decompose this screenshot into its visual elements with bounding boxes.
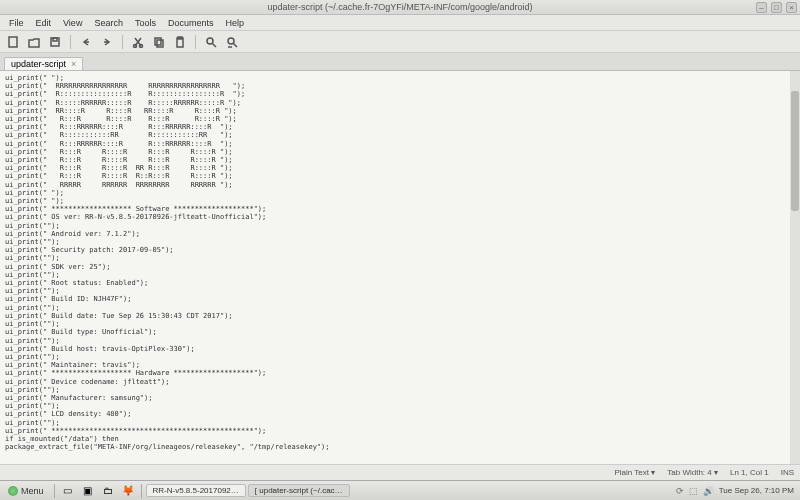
svg-rect-0: [9, 37, 17, 47]
undo-button[interactable]: [77, 33, 95, 51]
open-folder-icon: [28, 36, 40, 48]
tab-updater-script[interactable]: updater-script ×: [4, 57, 83, 70]
paste-icon: [174, 36, 186, 48]
network-icon[interactable]: ⬚: [689, 486, 698, 496]
save-icon: [49, 36, 61, 48]
window-title: updater-script (~/.cache.fr-7OgYFi/META-…: [267, 2, 532, 12]
statusbar: Plain Text ▾ Tab Width: 4 ▾ Ln 1, Col 1 …: [0, 464, 800, 480]
separator: [54, 484, 55, 498]
task-label: [ updater-script (~/.cac…: [255, 486, 343, 495]
svg-point-10: [228, 38, 234, 44]
updates-icon[interactable]: ⟳: [676, 486, 684, 496]
menubar: File Edit View Search Tools Documents He…: [0, 15, 800, 31]
editor-area[interactable]: ui_print(" "); ui_print(" RRRRRRRRRRRRRR…: [0, 71, 800, 464]
cut-button[interactable]: [129, 33, 147, 51]
undo-icon: [80, 36, 92, 48]
new-button[interactable]: [4, 33, 22, 51]
new-file-icon: [7, 36, 19, 48]
menu-tools[interactable]: Tools: [130, 17, 161, 29]
separator: [122, 35, 123, 49]
status-language[interactable]: Plain Text ▾: [615, 468, 656, 477]
separator: [141, 484, 142, 498]
status-cursor: Ln 1, Col 1: [730, 468, 769, 477]
start-menu[interactable]: Menu: [2, 484, 50, 498]
files-launcher[interactable]: 🗀: [99, 483, 117, 499]
scrollbar-thumb[interactable]: [791, 91, 799, 211]
close-button[interactable]: ×: [786, 2, 797, 13]
copy-icon: [153, 36, 165, 48]
maximize-button[interactable]: □: [771, 2, 782, 13]
tabbar: updater-script ×: [0, 53, 800, 71]
svg-rect-6: [157, 40, 163, 47]
svg-rect-5: [155, 38, 161, 45]
cut-icon: [132, 36, 144, 48]
menu-search[interactable]: Search: [89, 17, 128, 29]
replace-button[interactable]: [223, 33, 241, 51]
volume-icon[interactable]: 🔊: [703, 486, 714, 496]
titlebar: updater-script (~/.cache.fr-7OgYFi/META-…: [0, 0, 800, 15]
task-file-manager[interactable]: RR-N-v5.8.5-2017092…: [146, 484, 246, 497]
redo-button[interactable]: [98, 33, 116, 51]
system-tray: ⟳ ⬚ 🔊 Tue Sep 26, 7:10 PM: [676, 486, 798, 496]
tab-label: updater-script: [11, 59, 66, 69]
separator: [195, 35, 196, 49]
open-button[interactable]: [25, 33, 43, 51]
menu-help[interactable]: Help: [220, 17, 249, 29]
svg-rect-2: [53, 38, 57, 41]
paste-button[interactable]: [171, 33, 189, 51]
mint-logo-icon: [8, 486, 18, 496]
editor-content[interactable]: ui_print(" "); ui_print(" RRRRRRRRRRRRRR…: [0, 71, 800, 454]
redo-icon: [101, 36, 113, 48]
window-controls: – □ ×: [756, 2, 797, 13]
show-desktop-button[interactable]: ▭: [59, 483, 77, 499]
menu-documents[interactable]: Documents: [163, 17, 219, 29]
task-editor[interactable]: [ updater-script (~/.cac…: [248, 484, 350, 497]
toolbar: [0, 31, 800, 53]
svg-point-9: [207, 38, 213, 44]
status-tabwidth[interactable]: Tab Width: 4 ▾: [667, 468, 718, 477]
status-insert-mode: INS: [781, 468, 794, 477]
menu-edit[interactable]: Edit: [31, 17, 57, 29]
start-menu-label: Menu: [21, 486, 44, 496]
terminal-launcher[interactable]: ▣: [79, 483, 97, 499]
save-button[interactable]: [46, 33, 64, 51]
clock[interactable]: Tue Sep 26, 7:10 PM: [719, 486, 794, 495]
menu-view[interactable]: View: [58, 17, 87, 29]
taskbar: Menu ▭ ▣ 🗀 🦊 RR-N-v5.8.5-2017092… [ upda…: [0, 480, 800, 500]
task-label: RR-N-v5.8.5-2017092…: [153, 486, 239, 495]
minimize-button[interactable]: –: [756, 2, 767, 13]
svg-rect-1: [51, 38, 59, 46]
search-icon: [205, 36, 217, 48]
separator: [70, 35, 71, 49]
menu-file[interactable]: File: [4, 17, 29, 29]
copy-button[interactable]: [150, 33, 168, 51]
find-replace-icon: [226, 36, 238, 48]
vertical-scrollbar[interactable]: [790, 71, 800, 464]
tab-close-icon[interactable]: ×: [71, 59, 76, 69]
firefox-launcher[interactable]: 🦊: [119, 483, 137, 499]
find-button[interactable]: [202, 33, 220, 51]
